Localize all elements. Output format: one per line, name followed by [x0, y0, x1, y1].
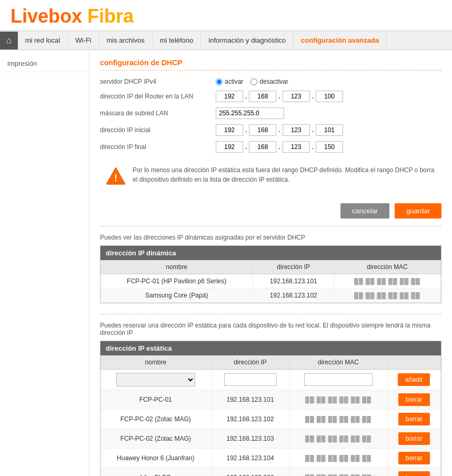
cell-nombre: LibreELEC [101, 468, 211, 477]
cell-ip: 192.168.123.102 [253, 289, 334, 303]
initial-ip-label: dirección IP inicial [100, 126, 216, 134]
static-ip-table-container: dirección IP estática nombre dirección I… [100, 341, 441, 476]
cell-mac: ██:██:██:██:██:██ [334, 289, 441, 303]
router-ip-a[interactable] [216, 91, 243, 102]
static-ip-info: Puedes reservar una dirección IP estátic… [100, 322, 441, 336]
dhcp-section-title: configuración de DHCP [100, 58, 441, 71]
router-ip-b[interactable] [249, 91, 276, 102]
dynamic-ip-info: Puedes ver las direcciones IP dinámicas … [100, 234, 441, 241]
dhcp-server-row: servidor DHCP IPv4 activar desactivar [100, 78, 441, 85]
col-mac-dyn: dirección MAC [334, 260, 441, 274]
cell-action: borrar [387, 390, 440, 410]
save-button[interactable]: guardar [395, 203, 441, 219]
cell-nombre: Samsung Core (Papá) [101, 289, 253, 303]
subnet-label: máscara de subred LAN [100, 110, 216, 117]
initial-ip-a[interactable] [216, 124, 243, 136]
logo: Livebox Fibra [11, 5, 441, 27]
col-ip-static: dirección IP [211, 355, 289, 370]
cell-nombre: FCP-PC-02 (Zotac MAG) [101, 429, 211, 449]
subnet-input-group [216, 107, 284, 119]
table-row: Samsung Core (Papá) 192.168.123.102 ██:█… [101, 289, 441, 303]
final-ip-a[interactable] [216, 141, 243, 153]
warning-box: ! Por lo menos una dirección IP estática… [100, 160, 441, 196]
delete-static-ip-button[interactable]: borrar [398, 393, 430, 406]
svg-text:!: ! [114, 173, 117, 183]
final-ip-inputs: . . . [216, 141, 343, 153]
activate-radio[interactable] [216, 78, 223, 85]
final-ip-b[interactable] [249, 141, 276, 153]
table-row: LibreELEC 192.168.123.200 ██:██:██:██:██… [101, 468, 441, 477]
final-ip-row: dirección IP final . . . [100, 141, 441, 153]
header: Livebox Fibra [0, 0, 452, 31]
cell-ip: 192.168.123.101 [211, 390, 289, 410]
nav-informacion-diagnostico[interactable]: información y diagnóstico [201, 31, 294, 49]
initial-ip-c[interactable] [283, 124, 310, 136]
navigation: ⌂ mi red local Wi-Fi mis archivos mi tel… [0, 31, 452, 50]
router-ip-label: dirección IP del Router en la LAN [100, 93, 216, 100]
nav-mis-archivos[interactable]: mis archivos [99, 31, 152, 49]
logo-fibra: Fibra [82, 5, 134, 27]
cell-nombre: FCP-PC-01 [101, 390, 211, 410]
static-ip-new-ip[interactable] [224, 373, 277, 386]
router-ip-d[interactable] [316, 91, 343, 102]
static-ip-add-row: añadir [101, 370, 441, 390]
cell-action: borrar [387, 468, 440, 477]
main-content: impresión configuración de DHCP servidor… [0, 50, 452, 476]
cell-ip: 192.168.123.200 [211, 468, 289, 477]
static-ip-table-header: dirección IP estática [101, 341, 441, 355]
cell-mac: ██:██:██:██:██:██ [289, 390, 387, 410]
cell-nombre: FCP-PC-02 (Zotac MAG) [101, 410, 211, 429]
static-ip-new-mac[interactable] [304, 373, 373, 386]
nav-mi-telefono[interactable]: mi teléfono [153, 31, 202, 49]
deactivate-radio-label[interactable]: desactivar [250, 78, 288, 85]
final-ip-c[interactable] [283, 141, 310, 153]
action-buttons: cancelar guardar [100, 203, 441, 226]
home-button[interactable]: ⌂ [0, 32, 18, 49]
static-ip-table: nombre dirección IP dirección MAC [101, 355, 441, 476]
cell-action: borrar [387, 449, 440, 468]
initial-ip-row: dirección IP inicial . . . [100, 124, 441, 136]
add-static-ip-button[interactable]: añadir [398, 373, 430, 386]
router-ip-c[interactable] [283, 91, 310, 102]
deactivate-label: desactivar [259, 78, 288, 85]
cell-nombre: FCP-PC-01 (HP Pavilion p6 Series) [101, 274, 253, 289]
activate-radio-label[interactable]: activar [216, 78, 243, 85]
nav-wifi[interactable]: Wi-Fi [68, 31, 99, 49]
delete-static-ip-button[interactable]: borrar [398, 471, 430, 476]
deactivate-radio[interactable] [250, 78, 257, 85]
activate-label: activar [225, 78, 243, 85]
cell-ip: 192.168.123.102 [211, 410, 289, 429]
cell-mac: ██:██:██:██:██:██ [289, 429, 387, 449]
table-row: FCP-PC-01 (HP Pavilion p6 Series) 192.16… [101, 274, 441, 289]
cell-ip: 192.168.123.103 [211, 429, 289, 449]
nav-mi-red-local[interactable]: mi red local [18, 31, 68, 49]
table-row: FCP-PC-01 192.168.123.101 ██:██:██:██:██… [101, 390, 441, 410]
dhcp-server-label: servidor DHCP IPv4 [100, 78, 216, 85]
dhcp-radio-group: activar desactivar [216, 78, 288, 85]
table-row: FCP-PC-02 (Zotac MAG) 192.168.123.103 ██… [101, 429, 441, 449]
table-row: FCP-PC-02 (Zotac MAG) 192.168.123.102 ██… [101, 410, 441, 429]
col-nombre-dyn: nombre [101, 260, 253, 274]
nav-configuracion-avanzada[interactable]: configuración avanzada [294, 31, 387, 49]
initial-ip-d[interactable] [316, 124, 343, 136]
delete-static-ip-button[interactable]: borrar [398, 413, 430, 425]
col-ip-dyn: dirección IP [253, 260, 334, 274]
section-separator [100, 314, 441, 314]
dynamic-ip-table-container: dirección IP dinámica nombre dirección I… [100, 245, 441, 303]
delete-static-ip-button[interactable]: borrar [398, 432, 430, 445]
cell-nombre: Huawey Honor 6 (Juanfran) [101, 449, 211, 468]
warning-icon: ! [105, 165, 126, 191]
static-ip-name-select[interactable] [116, 373, 195, 386]
initial-ip-b[interactable] [249, 124, 276, 136]
dynamic-ip-table: nombre dirección IP dirección MAC FCP-PC… [101, 260, 441, 303]
final-ip-d[interactable] [316, 141, 343, 153]
content-area: configuración de DHCP servidor DHCP IPv4… [89, 50, 452, 476]
delete-static-ip-button[interactable]: borrar [398, 452, 430, 464]
sidebar-item-impresion[interactable]: impresión [0, 55, 89, 72]
col-action-static [387, 355, 440, 370]
cancel-button[interactable]: cancelar [340, 203, 389, 219]
logo-livebox: Livebox [11, 5, 82, 27]
warning-text: Por lo menos una dirección IP estática e… [133, 165, 436, 184]
subnet-input[interactable] [216, 107, 284, 119]
cell-mac: ██:██:██:██:██:██ [289, 410, 387, 429]
